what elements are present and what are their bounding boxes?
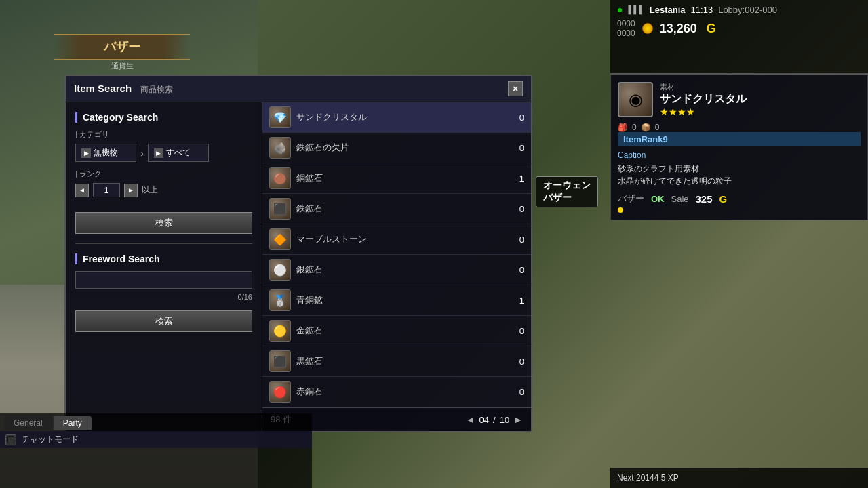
sale-label: Sale bbox=[671, 194, 689, 204]
npc-name-bubble: オーウェン バザー bbox=[536, 176, 598, 207]
result-name: 鉄鉱石 bbox=[296, 203, 505, 215]
dialog-title: Item Search bbox=[74, 83, 132, 94]
dialog-body: Category Search カテゴリ ▶ 無機物 › ▶ すべて ランク ◄… bbox=[66, 102, 531, 431]
tab-party[interactable]: Party bbox=[54, 416, 92, 430]
result-item[interactable]: 🪨 鉄鉱石の欠片 0 bbox=[262, 133, 531, 163]
category-label: カテゴリ bbox=[75, 129, 252, 140]
item-info-panel: ◉ 素材 サンドクリスタル ★★★★ 🎒 0 📦 0 ItemRank9 Cap… bbox=[610, 75, 868, 220]
item-rank-label: ItemRank bbox=[623, 134, 663, 144]
result-item[interactable]: 🟤 銅鉱石 1 bbox=[262, 163, 531, 194]
item-icon-small: 🔶 bbox=[269, 228, 291, 250]
desc-line1: 砂系のクラフト用素材 bbox=[618, 163, 861, 175]
result-item[interactable]: 🔶 マーブルストーン 0 bbox=[262, 224, 531, 255]
result-item[interactable]: ⬛ 鉄鉱石 0 bbox=[262, 194, 531, 224]
item-icon-small: 🪨 bbox=[269, 137, 291, 159]
time-display: 11:13 bbox=[691, 5, 713, 15]
result-name: サンドクリスタル bbox=[296, 111, 505, 123]
freeword-input[interactable] bbox=[75, 271, 252, 289]
main-dialog: Item Search 商品検索 × Category Search カテゴリ … bbox=[64, 75, 532, 432]
category-dropdown-main[interactable]: ▶ 無機物 bbox=[75, 144, 136, 162]
item-icon-small: ⬛ bbox=[269, 350, 291, 372]
icon-count1: 0 bbox=[632, 123, 637, 132]
item-rank-value: 9 bbox=[663, 134, 668, 144]
rank-section: ランク ◄ 1 ► 以上 bbox=[75, 169, 252, 197]
npc-name-line2: バザー bbox=[543, 192, 591, 204]
divider bbox=[75, 243, 252, 244]
item-icons-row: 🎒 0 📦 0 bbox=[618, 123, 861, 132]
category-dropdown-row: ▶ 無機物 › ▶ すべて bbox=[75, 144, 252, 162]
hud-stats: 0000 0000 bbox=[617, 19, 635, 38]
xp-text: Next 20144 5 XP bbox=[617, 473, 679, 483]
item-icon-symbol: ◉ bbox=[629, 90, 643, 109]
result-item[interactable]: 💎 サンドクリスタル 0 bbox=[262, 102, 531, 133]
dropdown-arrow-icon: ▶ bbox=[81, 148, 91, 158]
result-item[interactable]: ⬛ 黒鉱石 0 bbox=[262, 346, 531, 377]
result-count: 0 bbox=[511, 265, 524, 275]
result-count: 1 bbox=[511, 174, 524, 184]
result-count: 0 bbox=[511, 326, 524, 336]
ok-label: OK bbox=[651, 194, 665, 204]
result-item[interactable]: 🔴 赤銅石 0 bbox=[262, 377, 531, 407]
result-item[interactable]: 🥈 青銅鉱 1 bbox=[262, 285, 531, 316]
item-stars: ★★★★ bbox=[660, 106, 861, 117]
connection-icon: ● bbox=[617, 4, 623, 15]
bazaar-label: バザー bbox=[618, 192, 644, 205]
gold-amount: 13,260 bbox=[660, 22, 697, 36]
freeword-search-button[interactable]: 検索 bbox=[75, 310, 252, 332]
box-icon: 📦 bbox=[641, 123, 651, 132]
result-item[interactable]: ⚪ 銀鉱石 0 bbox=[262, 255, 531, 285]
category-search-button[interactable]: 検索 bbox=[75, 212, 252, 234]
bag-icon: 🎒 bbox=[618, 123, 628, 132]
result-name: 銅鉱石 bbox=[296, 172, 505, 184]
result-name: 金鉱石 bbox=[296, 325, 505, 337]
npc-name-line1: オーウェン bbox=[543, 180, 591, 192]
chat-tabs: General Party bbox=[0, 413, 312, 430]
rank-decrease-button[interactable]: ◄ bbox=[75, 184, 89, 197]
player-name: Lestania bbox=[650, 5, 686, 15]
category-dropdown-sub[interactable]: ▶ すべて bbox=[148, 144, 209, 162]
price-unit: G bbox=[719, 193, 728, 205]
item-icon-small: 🥈 bbox=[269, 289, 291, 311]
page-total: 10 bbox=[500, 415, 509, 425]
left-panel: Category Search カテゴリ ▶ 無機物 › ▶ すべて ランク ◄… bbox=[66, 102, 262, 431]
bazaar-banner: バザー 通貨生 bbox=[54, 34, 190, 71]
item-rank-row: ItemRank9 bbox=[618, 132, 861, 146]
gold-unit: G bbox=[707, 22, 716, 36]
rank-label: ランク bbox=[75, 169, 252, 179]
bazaar-sub: 通貨生 bbox=[54, 61, 190, 71]
category-search-title: Category Search bbox=[75, 112, 252, 123]
result-count: 0 bbox=[511, 113, 524, 123]
result-count: 1 bbox=[511, 296, 524, 306]
rank-increase-button[interactable]: ► bbox=[124, 184, 138, 197]
desc-line2: 水晶が砕けてできた透明の粒子 bbox=[618, 175, 861, 187]
char-count: 0/16 bbox=[75, 293, 252, 301]
result-count: 0 bbox=[511, 357, 524, 367]
tab-general[interactable]: General bbox=[4, 416, 52, 430]
result-count: 0 bbox=[511, 235, 524, 245]
price-dot-icon bbox=[618, 207, 623, 213]
result-name: マーブルストーン bbox=[296, 233, 505, 245]
result-name: 赤銅石 bbox=[296, 386, 505, 398]
result-count: 0 bbox=[511, 204, 524, 214]
result-count: 0 bbox=[511, 387, 524, 397]
close-button[interactable]: × bbox=[508, 81, 523, 96]
item-sale-row: バザー OK Sale 325 G bbox=[618, 192, 861, 205]
freeword-section: Freeword Search 0/16 検索 bbox=[75, 253, 252, 332]
lobby-info: Lobby:002-000 bbox=[718, 5, 777, 15]
signal-bars-icon: ▌▌▌ bbox=[628, 5, 644, 14]
rank-value-display: 1 bbox=[93, 183, 120, 197]
item-icon-small: 🟡 bbox=[269, 320, 291, 342]
page-next-button[interactable]: ► bbox=[513, 414, 523, 425]
icon-count2: 0 bbox=[655, 123, 660, 132]
price-amount: 325 bbox=[696, 193, 713, 205]
arrow-separator-icon: › bbox=[140, 148, 144, 159]
item-meta: 素材 サンドクリスタル ★★★★ bbox=[660, 82, 861, 117]
dialog-titlebar: Item Search 商品検索 × bbox=[66, 76, 531, 102]
item-icon-small: 💎 bbox=[269, 106, 291, 128]
item-icon-small: 🟤 bbox=[269, 167, 291, 189]
result-item[interactable]: 🟡 金鉱石 0 bbox=[262, 316, 531, 346]
xp-bar-area: Next 20144 5 XP bbox=[610, 468, 868, 488]
item-description: 砂系のクラフト用素材 水晶が砕けてできた透明の粒子 bbox=[618, 163, 861, 187]
page-prev-button[interactable]: ◄ bbox=[466, 414, 475, 425]
chat-mode-text: チャットモード bbox=[22, 434, 79, 445]
